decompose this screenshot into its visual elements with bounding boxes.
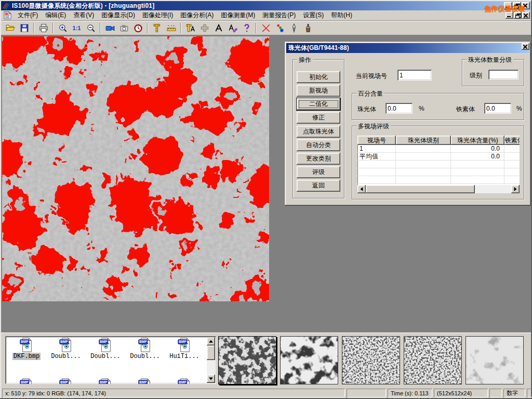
- scrollbar-thumb[interactable]: [207, 345, 215, 360]
- dialog-title-bar[interactable]: 珠光体(GB/T9441-88): [286, 43, 529, 53]
- menu-file[interactable]: 文件(F): [14, 10, 42, 21]
- pick-pearlite-button[interactable]: 点取珠光体: [297, 126, 340, 138]
- file-name[interactable]: DKF.bmp: [12, 353, 41, 360]
- scroll-left-icon[interactable]: [357, 185, 366, 193]
- col-pearlite-grade[interactable]: 珠光体级别: [396, 136, 451, 145]
- scroll-right-icon[interactable]: [511, 185, 520, 193]
- table-row[interactable]: [357, 168, 520, 176]
- grade-button[interactable]: 评级: [297, 166, 340, 178]
- bmp-file-icon[interactable]: BMP: [98, 378, 113, 384]
- menu-image-process[interactable]: 图像处理(I): [139, 10, 177, 21]
- curve-cut-icon[interactable]: [259, 22, 273, 34]
- grading-table[interactable]: 视场号 珠光体级别 珠光体含量(%) 铁素体含量(%) 1 0.0: [357, 136, 520, 193]
- actual-size-icon[interactable]: 1:1: [70, 22, 84, 34]
- binarize-button[interactable]: 二值化: [297, 98, 340, 110]
- ruler-icon[interactable]: [164, 22, 178, 34]
- annotate-icon[interactable]: [225, 22, 240, 34]
- micrograph-image[interactable]: [2, 36, 269, 301]
- document-icon[interactable]: [3, 11, 12, 20]
- correct-button[interactable]: 修正: [297, 112, 340, 124]
- file-item[interactable]: BMP Doubl...: [125, 338, 165, 360]
- window-minimize-button[interactable]: [504, 2, 512, 9]
- ferrite-percent-input[interactable]: [484, 103, 511, 114]
- menu-image-analysis[interactable]: 图像分析(A): [177, 10, 217, 21]
- file-item[interactable]: BMP DKF.bmp: [7, 338, 46, 360]
- print-icon[interactable]: [36, 22, 50, 34]
- mdi-close-button[interactable]: [522, 12, 530, 19]
- file-list-scrollbar[interactable]: [207, 337, 215, 383]
- table-row[interactable]: 平均值 0.0: [357, 153, 520, 161]
- window-restore-button[interactable]: [513, 2, 521, 9]
- measure-text-icon[interactable]: [183, 22, 197, 34]
- menu-settings[interactable]: 设置(S): [299, 10, 327, 21]
- save-icon[interactable]: [17, 22, 31, 34]
- svg-text:BMP: BMP: [179, 380, 187, 384]
- file-name[interactable]: HuiTi...: [168, 353, 201, 360]
- table-row[interactable]: [357, 161, 520, 168]
- open-icon[interactable]: [3, 22, 17, 34]
- file-name[interactable]: Doubl...: [129, 353, 161, 360]
- new-field-button[interactable]: 新视场: [297, 85, 340, 97]
- pearlite-percent-input[interactable]: [385, 103, 413, 114]
- bmp-file-icon[interactable]: BMP: [58, 378, 74, 384]
- scroll-up-icon[interactable]: [207, 337, 215, 345]
- table-row[interactable]: [357, 176, 520, 184]
- snapshot-icon[interactable]: [117, 22, 131, 34]
- thumbnail-1[interactable]: [218, 336, 276, 384]
- file-name[interactable]: Doubl...: [89, 353, 122, 360]
- col-ferrite-content[interactable]: 铁素体含量(%): [504, 136, 520, 145]
- table-row[interactable]: 1 0.0: [357, 145, 520, 153]
- file-row-partial: BMP BMP BMP BMP BMP: [7, 378, 204, 384]
- current-field-input[interactable]: [397, 70, 432, 81]
- pen-icon[interactable]: [287, 22, 301, 34]
- level-input[interactable]: [488, 70, 518, 79]
- zoom-in-icon[interactable]: [56, 22, 70, 34]
- zoom-out-icon[interactable]: [84, 22, 98, 34]
- help-icon[interactable]: [240, 22, 254, 34]
- file-item[interactable]: BMP Doubl...: [86, 338, 125, 360]
- col-field-no[interactable]: 视场号: [357, 136, 396, 145]
- mdi-restore-button[interactable]: [514, 12, 522, 19]
- status-empty-segment: [347, 389, 386, 397]
- table-header: 视场号 珠光体级别 珠光体含量(%) 铁素体含量(%): [357, 136, 520, 145]
- timer-icon[interactable]: [131, 22, 145, 34]
- file-name[interactable]: Doubl...: [50, 353, 82, 360]
- grading-group: 珠光体数量分级 级别: [462, 59, 524, 86]
- auto-classify-button[interactable]: 自动分类: [297, 139, 340, 151]
- file-item[interactable]: BMP Doubl...: [46, 338, 86, 360]
- dialog-close-icon[interactable]: [522, 43, 529, 50]
- svg-text:BMP: BMP: [179, 340, 187, 343]
- grid-icon[interactable]: [197, 22, 211, 34]
- thumbnail-4[interactable]: [404, 336, 462, 384]
- col-pearlite-content[interactable]: 珠光体含量(%): [451, 136, 504, 145]
- count-markers-icon[interactable]: [273, 22, 287, 34]
- menu-help[interactable]: 帮助(H): [327, 10, 356, 21]
- thumbnail-5[interactable]: [466, 336, 524, 384]
- init-button[interactable]: 初始化: [297, 71, 340, 83]
- bmp-file-icon: BMP: [177, 338, 192, 352]
- brush-icon[interactable]: [301, 22, 315, 34]
- scrollbar-thumb[interactable]: [366, 185, 475, 193]
- bmp-file-icon[interactable]: BMP: [19, 378, 34, 384]
- file-item[interactable]: BMP HuiTi...: [165, 338, 204, 360]
- menu-view[interactable]: 查看(V): [70, 10, 98, 21]
- menu-measure-report[interactable]: 测量报告(P): [259, 10, 299, 21]
- caliper-icon[interactable]: [150, 22, 164, 34]
- menu-image-display[interactable]: 图像显示(D): [98, 10, 139, 21]
- bmp-file-icon[interactable]: BMP: [137, 378, 153, 384]
- menu-edit[interactable]: 编辑(E): [42, 10, 70, 21]
- table-horizontal-scrollbar[interactable]: [357, 185, 520, 193]
- bmp-file-icon[interactable]: BMP: [177, 378, 192, 384]
- return-button[interactable]: 返回: [297, 180, 340, 192]
- change-class-button[interactable]: 更改类别: [297, 153, 340, 165]
- menu-image-measure[interactable]: 图像测量(M): [217, 10, 259, 21]
- window-close-button[interactable]: [522, 2, 530, 9]
- video-camera-icon[interactable]: [103, 22, 117, 34]
- thumbnail-2[interactable]: [280, 336, 338, 384]
- mdi-minimize-button[interactable]: [506, 12, 513, 19]
- scroll-down-icon[interactable]: [207, 375, 215, 383]
- text-icon[interactable]: [211, 22, 225, 34]
- thumbnail-3[interactable]: [342, 336, 400, 384]
- toolbar-separator: [256, 23, 257, 33]
- file-list[interactable]: BMP DKF.bmp BMP Doubl... BMP Doubl... BM…: [5, 336, 216, 384]
